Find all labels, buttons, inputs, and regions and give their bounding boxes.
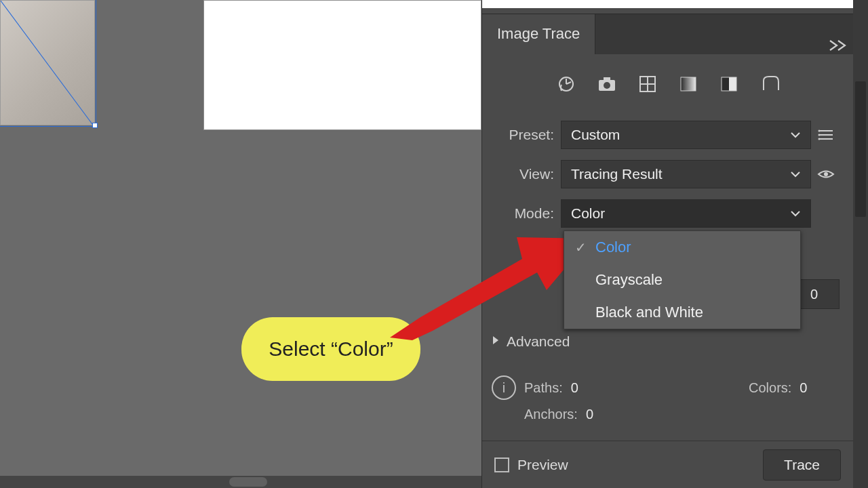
svg-point-4	[604, 82, 610, 89]
artboard[interactable]	[203, 0, 481, 130]
chevron-down-icon	[790, 207, 801, 221]
svg-rect-10	[729, 77, 736, 91]
auto-color-icon[interactable]	[555, 73, 578, 96]
view-label: View:	[482, 166, 561, 182]
mode-option-grayscale[interactable]: Grayscale	[564, 264, 800, 296]
svg-rect-3	[604, 77, 610, 81]
mode-value: Color	[571, 205, 605, 222]
colors-label: Colors:	[749, 380, 791, 396]
chevron-down-icon	[790, 167, 801, 182]
mode-option-black-and-white[interactable]: Black and White	[564, 296, 800, 329]
panel-footer: Preview Trace	[482, 441, 853, 488]
tab-image-trace[interactable]: Image Trace	[482, 14, 595, 54]
preview-label: Preview	[517, 457, 568, 473]
svg-point-17	[818, 138, 821, 140]
checkbox-box-icon	[494, 458, 509, 472]
info-icon: i	[492, 375, 516, 400]
mode-label: Mode:	[482, 205, 561, 222]
svg-point-18	[824, 172, 828, 176]
svg-rect-9	[722, 77, 729, 91]
preset-row: Preset: Custom	[482, 115, 853, 155]
resize-handle[interactable]	[92, 123, 98, 128]
svg-rect-8	[681, 77, 696, 91]
preset-value: Custom	[571, 127, 620, 143]
svg-point-16	[818, 134, 821, 136]
annotation-arrow	[380, 225, 590, 340]
anchors-label: Anchors:	[524, 407, 578, 422]
mode-dropdown: Color Grayscale Black and White	[564, 230, 801, 329]
preset-menu-icon[interactable]	[811, 128, 841, 142]
svg-marker-19	[390, 237, 590, 340]
svg-point-15	[818, 130, 821, 132]
colors-value: 0	[800, 380, 807, 396]
trace-stats: i Paths:0 Colors:0 Anchors:0	[492, 375, 844, 422]
bw-icon[interactable]	[717, 73, 741, 96]
preset-label: Preset:	[482, 127, 561, 143]
view-select[interactable]: Tracing Result	[561, 160, 811, 188]
mode-select[interactable]: Color	[561, 199, 811, 228]
canvas-area	[0, 0, 481, 149]
bottom-pill	[229, 477, 267, 487]
preset-quick-icons	[482, 65, 853, 103]
mode-option-color[interactable]: Color	[564, 231, 800, 264]
grid-icon[interactable]	[636, 73, 659, 96]
panel-header: Image Trace	[482, 14, 853, 54]
trace-button[interactable]: Trace	[763, 449, 841, 481]
paths-label: Paths:	[524, 380, 563, 396]
anchors-value: 0	[586, 407, 593, 422]
selected-image-thumb[interactable]	[0, 0, 95, 125]
paths-value: 0	[571, 380, 578, 396]
view-row: View: Tracing Result	[482, 155, 853, 194]
preset-select[interactable]: Custom	[561, 121, 811, 149]
chevron-down-icon	[790, 128, 801, 142]
preview-checkbox[interactable]: Preview	[494, 457, 568, 473]
svg-line-0	[1, 1, 94, 127]
camera-icon[interactable]	[595, 73, 618, 96]
outline-icon[interactable]	[758, 73, 781, 96]
view-value: Tracing Result	[571, 166, 663, 182]
app-side-dock	[853, 0, 868, 488]
eye-icon[interactable]	[811, 168, 841, 180]
collapse-panel-button[interactable]	[829, 38, 846, 56]
gradient-icon[interactable]	[677, 73, 700, 96]
